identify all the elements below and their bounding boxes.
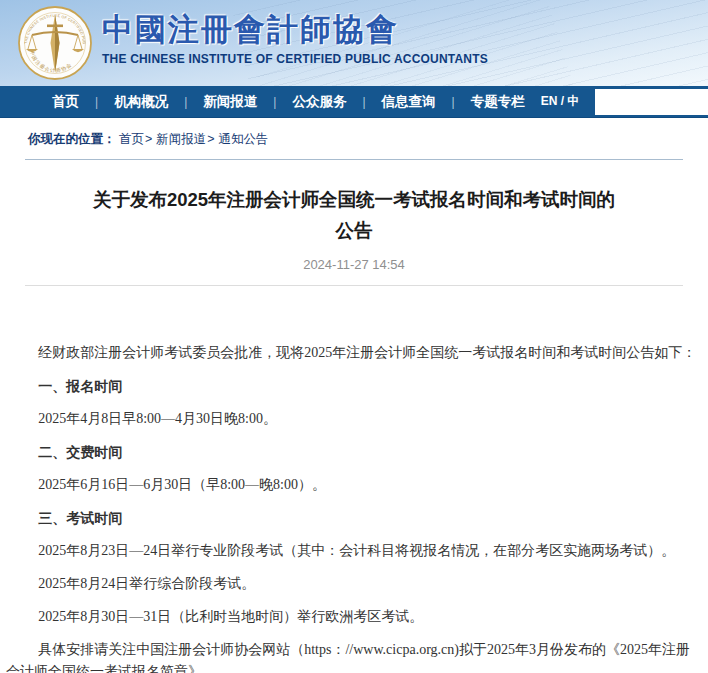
lang-zh-link[interactable]: 中 [567, 94, 579, 108]
breadcrumb: 你现在的位置： 首页>新闻报道>通知公告 [25, 118, 683, 160]
breadcrumb-separator: > [145, 132, 152, 146]
breadcrumb-item-1[interactable]: 新闻报道 [156, 132, 206, 146]
language-switcher: EN / 中 [541, 93, 580, 110]
org-name-chinese: 中國注冊會計師協會 [102, 9, 488, 49]
scales-emblem-icon: THE CHINESE INSTITUTE OF CERTIFIED PUBLI… [17, 5, 93, 81]
paragraph: 2025年8月30日—31日（比利时当地时间）举行欧洲考区考试。 [6, 606, 702, 628]
search-input[interactable] [595, 89, 708, 115]
search-box [595, 89, 708, 115]
breadcrumb-links: 首页>新闻报道>通知公告 [119, 132, 269, 146]
org-name-english: THE CHINESE INSTITUTE OF CERTIFIED PUBLI… [102, 52, 488, 66]
lang-en-link[interactable]: EN [541, 94, 558, 108]
main-navbar: 首页|机构概况|新闻报道|公众服务|信息查询|专题专栏 EN / 中 [0, 86, 708, 118]
paragraph: 2025年8月23日—24日举行专业阶段考试（其中：会计科目将视报名情况，在部分… [6, 540, 702, 562]
breadcrumb-separator: > [207, 132, 214, 146]
breadcrumb-item-0[interactable]: 首页 [119, 132, 144, 146]
nav-item-1[interactable]: 机构概况 [98, 93, 184, 111]
nav-item-5[interactable]: 专题专栏 [455, 93, 541, 111]
publish-date: 2024-11-27 14:54 [0, 257, 708, 272]
paragraph: 具体安排请关注中国注册会计师协会网站（https：//www.cicpa.org… [6, 639, 702, 673]
section-heading: 一、报名时间 [6, 375, 702, 397]
section-heading: 二、交费时间 [6, 441, 702, 463]
site-header: THE CHINESE INSTITUTE OF CERTIFIED PUBLI… [0, 0, 708, 86]
nav-item-4[interactable]: 信息查询 [366, 93, 452, 111]
paragraph: 2025年8月24日举行综合阶段考试。 [6, 573, 702, 595]
paragraph: 2025年4月8日早8:00—4月30日晚8:00。 [6, 408, 702, 430]
paragraph: 经财政部注册会计师考试委员会批准，现将2025年注册会计师全国统一考试报名时间和… [6, 342, 702, 364]
cicpa-logo: THE CHINESE INSTITUTE OF CERTIFIED PUBLI… [17, 5, 93, 81]
article-body: 经财政部注册会计师考试委员会批准，现将2025年注册会计师全国统一考试报名时间和… [0, 286, 708, 673]
nav-item-2[interactable]: 新闻报道 [187, 93, 273, 111]
breadcrumb-item-2[interactable]: 通知公告 [219, 132, 269, 146]
nav-item-3[interactable]: 公众服务 [276, 93, 362, 111]
nav-item-0[interactable]: 首页 [36, 93, 95, 111]
org-names: 中國注冊會計師協會 THE CHINESE INSTITUTE OF CERTI… [102, 9, 488, 66]
article: 关于发布2025年注册会计师全国统一考试报名时间和考试时间的公告 2024-11… [0, 184, 708, 673]
section-heading: 三、考试时间 [6, 507, 702, 529]
breadcrumb-label: 你现在的位置： [28, 132, 116, 146]
lang-separator: / [557, 94, 567, 108]
nav-menu: 首页|机构概况|新闻报道|公众服务|信息查询|专题专栏 [36, 93, 541, 111]
page-title: 关于发布2025年注册会计师全国统一考试报名时间和考试时间的公告 [87, 184, 622, 246]
paragraph: 2025年6月16日—6月30日（早8:00—晚8:00）。 [6, 474, 702, 496]
